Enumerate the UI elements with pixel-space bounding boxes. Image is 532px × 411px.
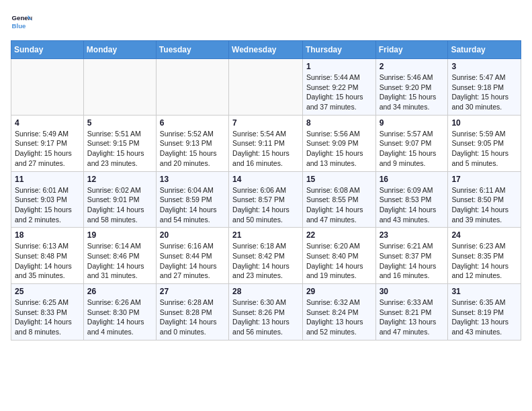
calendar-day-cell: 8Sunrise: 5:56 AMSunset: 9:09 PMDaylight…: [302, 115, 375, 171]
calendar-day-cell: 29Sunrise: 6:32 AMSunset: 8:24 PMDayligh…: [302, 284, 375, 340]
calendar-day-cell: 18Sunrise: 6:13 AMSunset: 8:48 PMDayligh…: [11, 228, 84, 284]
day-number: 9: [380, 118, 445, 128]
day-info: Sunrise: 6:35 AMSunset: 8:19 PMDaylight:…: [451, 298, 517, 337]
day-info: Sunrise: 5:59 AMSunset: 9:05 PMDaylight:…: [451, 129, 517, 169]
calendar-day-cell: [156, 59, 228, 116]
day-info: Sunrise: 6:20 AMSunset: 8:40 PMDaylight:…: [306, 241, 372, 281]
calendar-day-cell: 28Sunrise: 6:30 AMSunset: 8:26 PMDayligh…: [229, 284, 303, 340]
day-info: Sunrise: 5:46 AMSunset: 9:20 PMDaylight:…: [380, 73, 445, 112]
day-info: Sunrise: 6:04 AMSunset: 8:59 PMDaylight:…: [160, 185, 225, 225]
calendar-day-cell: 27Sunrise: 6:28 AMSunset: 8:28 PMDayligh…: [156, 284, 228, 340]
calendar-day-cell: 11Sunrise: 6:01 AMSunset: 9:03 PMDayligh…: [11, 171, 84, 228]
calendar-day-cell: 15Sunrise: 6:08 AMSunset: 8:55 PMDayligh…: [302, 171, 375, 228]
day-info: Sunrise: 5:47 AMSunset: 9:18 PMDaylight:…: [451, 73, 517, 112]
calendar-day-cell: 25Sunrise: 6:25 AMSunset: 8:33 PMDayligh…: [11, 284, 84, 340]
day-number: 11: [15, 175, 80, 184]
calendar-day-cell: 9Sunrise: 5:57 AMSunset: 9:07 PMDaylight…: [375, 115, 448, 171]
calendar-day-cell: [229, 59, 303, 116]
calendar-day-cell: 5Sunrise: 5:51 AMSunset: 9:15 PMDaylight…: [83, 115, 156, 171]
day-info: Sunrise: 6:13 AMSunset: 8:48 PMDaylight:…: [15, 241, 80, 281]
day-number: 19: [87, 230, 152, 240]
day-info: Sunrise: 6:08 AMSunset: 8:55 PMDaylight:…: [306, 185, 372, 225]
day-number: 22: [306, 230, 372, 240]
calendar-day-cell: 26Sunrise: 6:26 AMSunset: 8:30 PMDayligh…: [83, 284, 156, 340]
weekday-header-wednesday: Wednesday: [229, 41, 303, 59]
calendar-table: SundayMondayTuesdayWednesdayThursdayFrid…: [11, 40, 521, 340]
calendar-day-cell: 23Sunrise: 6:21 AMSunset: 8:37 PMDayligh…: [375, 228, 448, 284]
day-number: 18: [15, 230, 80, 240]
svg-text:Blue: Blue: [12, 22, 26, 30]
calendar-day-cell: 20Sunrise: 6:16 AMSunset: 8:44 PMDayligh…: [156, 228, 228, 284]
day-info: Sunrise: 5:44 AMSunset: 9:22 PMDaylight:…: [306, 73, 372, 112]
day-number: 13: [160, 175, 225, 184]
weekday-header-row: SundayMondayTuesdayWednesdayThursdayFrid…: [11, 41, 521, 59]
calendar-week-row: 11Sunrise: 6:01 AMSunset: 9:03 PMDayligh…: [11, 171, 521, 228]
day-info: Sunrise: 6:23 AMSunset: 8:35 PMDaylight:…: [451, 241, 517, 281]
calendar-day-cell: 3Sunrise: 5:47 AMSunset: 9:18 PMDaylight…: [448, 59, 521, 116]
day-number: 6: [160, 118, 225, 128]
day-number: 23: [380, 230, 445, 240]
day-number: 2: [380, 62, 445, 71]
day-number: 25: [15, 287, 80, 296]
page-header: General Blue: [11, 11, 521, 32]
calendar-week-row: 4Sunrise: 5:49 AMSunset: 9:17 PMDaylight…: [11, 115, 521, 171]
calendar-day-cell: 13Sunrise: 6:04 AMSunset: 8:59 PMDayligh…: [156, 171, 228, 228]
day-number: 16: [380, 175, 445, 184]
day-info: Sunrise: 5:51 AMSunset: 9:15 PMDaylight:…: [87, 129, 152, 169]
day-number: 27: [160, 287, 225, 296]
logo-icon: General Blue: [11, 11, 32, 32]
day-info: Sunrise: 6:06 AMSunset: 8:57 PMDaylight:…: [232, 185, 299, 225]
calendar-week-row: 18Sunrise: 6:13 AMSunset: 8:48 PMDayligh…: [11, 228, 521, 284]
calendar-day-cell: [83, 59, 156, 116]
calendar-day-cell: 2Sunrise: 5:46 AMSunset: 9:20 PMDaylight…: [375, 59, 448, 116]
calendar-day-cell: 6Sunrise: 5:52 AMSunset: 9:13 PMDaylight…: [156, 115, 228, 171]
calendar-day-cell: 7Sunrise: 5:54 AMSunset: 9:11 PMDaylight…: [229, 115, 303, 171]
day-info: Sunrise: 6:26 AMSunset: 8:30 PMDaylight:…: [87, 298, 152, 337]
day-number: 24: [451, 230, 517, 240]
day-number: 8: [306, 118, 372, 128]
day-number: 4: [15, 118, 80, 128]
weekday-header-monday: Monday: [83, 41, 156, 59]
calendar-week-row: 1Sunrise: 5:44 AMSunset: 9:22 PMDaylight…: [11, 59, 521, 116]
day-info: Sunrise: 6:11 AMSunset: 8:50 PMDaylight:…: [451, 185, 517, 225]
day-number: 3: [451, 62, 517, 71]
weekday-header-saturday: Saturday: [448, 41, 521, 59]
calendar-day-cell: 21Sunrise: 6:18 AMSunset: 8:42 PMDayligh…: [229, 228, 303, 284]
day-info: Sunrise: 6:14 AMSunset: 8:46 PMDaylight:…: [87, 241, 152, 281]
day-info: Sunrise: 6:02 AMSunset: 9:01 PMDaylight:…: [87, 185, 152, 225]
day-info: Sunrise: 5:54 AMSunset: 9:11 PMDaylight:…: [232, 129, 299, 169]
calendar-day-cell: 31Sunrise: 6:35 AMSunset: 8:19 PMDayligh…: [448, 284, 521, 340]
day-info: Sunrise: 5:57 AMSunset: 9:07 PMDaylight:…: [380, 129, 445, 169]
weekday-header-thursday: Thursday: [302, 41, 375, 59]
day-number: 14: [232, 175, 299, 184]
day-number: 10: [451, 118, 517, 128]
day-number: 30: [380, 287, 445, 296]
calendar-day-cell: [11, 59, 84, 116]
day-number: 29: [306, 287, 372, 296]
day-number: 12: [87, 175, 152, 184]
day-number: 5: [87, 118, 152, 128]
calendar-day-cell: 12Sunrise: 6:02 AMSunset: 9:01 PMDayligh…: [83, 171, 156, 228]
calendar-day-cell: 4Sunrise: 5:49 AMSunset: 9:17 PMDaylight…: [11, 115, 84, 171]
calendar-day-cell: 24Sunrise: 6:23 AMSunset: 8:35 PMDayligh…: [448, 228, 521, 284]
weekday-header-friday: Friday: [375, 41, 448, 59]
day-number: 31: [451, 287, 517, 296]
calendar-day-cell: 19Sunrise: 6:14 AMSunset: 8:46 PMDayligh…: [83, 228, 156, 284]
day-number: 7: [232, 118, 299, 128]
day-info: Sunrise: 6:28 AMSunset: 8:28 PMDaylight:…: [160, 298, 225, 337]
calendar-day-cell: 10Sunrise: 5:59 AMSunset: 9:05 PMDayligh…: [448, 115, 521, 171]
calendar-day-cell: 22Sunrise: 6:20 AMSunset: 8:40 PMDayligh…: [302, 228, 375, 284]
day-info: Sunrise: 6:18 AMSunset: 8:42 PMDaylight:…: [232, 241, 299, 281]
calendar-day-cell: 30Sunrise: 6:33 AMSunset: 8:21 PMDayligh…: [375, 284, 448, 340]
weekday-header-tuesday: Tuesday: [156, 41, 228, 59]
day-number: 20: [160, 230, 225, 240]
weekday-header-sunday: Sunday: [11, 41, 84, 59]
day-info: Sunrise: 5:49 AMSunset: 9:17 PMDaylight:…: [15, 129, 80, 169]
day-info: Sunrise: 5:56 AMSunset: 9:09 PMDaylight:…: [306, 129, 372, 169]
day-number: 26: [87, 287, 152, 296]
day-info: Sunrise: 6:33 AMSunset: 8:21 PMDaylight:…: [380, 298, 445, 337]
day-info: Sunrise: 6:09 AMSunset: 8:53 PMDaylight:…: [380, 185, 445, 225]
calendar-day-cell: 1Sunrise: 5:44 AMSunset: 9:22 PMDaylight…: [302, 59, 375, 116]
calendar-day-cell: 17Sunrise: 6:11 AMSunset: 8:50 PMDayligh…: [448, 171, 521, 228]
day-info: Sunrise: 6:01 AMSunset: 9:03 PMDaylight:…: [15, 185, 80, 225]
